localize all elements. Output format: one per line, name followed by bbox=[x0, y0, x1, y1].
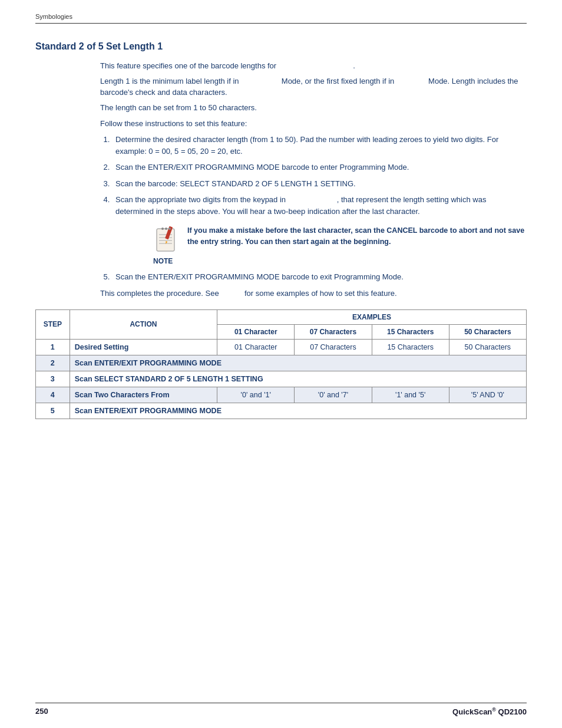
table-row: 4 Scan Two Characters From '0' and '1' '… bbox=[36, 387, 527, 403]
instructions-header: Follow these instructions to set this fe… bbox=[100, 119, 527, 128]
note-label: NOTE bbox=[153, 257, 527, 265]
example-cell: 07 Characters bbox=[295, 339, 372, 355]
body-para1: This feature specifies one of the barcod… bbox=[100, 60, 527, 72]
action-cell: Desired Setting bbox=[70, 339, 217, 355]
svg-rect-0 bbox=[157, 229, 174, 251]
step-num: 2 bbox=[36, 355, 70, 371]
example-cell: 15 Characters bbox=[372, 339, 449, 355]
footer-product: QuickScan® QD2100 bbox=[452, 707, 527, 716]
action-header: ACTION bbox=[70, 309, 217, 339]
action-cell: Scan ENTER/EXIT PROGRAMMING MODE bbox=[70, 355, 526, 371]
step-num: 3 bbox=[36, 371, 70, 387]
col-header-2: 07 Characters bbox=[295, 324, 372, 339]
step-4: Scan the appropriate two digits from the… bbox=[112, 194, 527, 217]
col-header-1: 01 Character bbox=[217, 324, 295, 339]
step-num: 5 bbox=[36, 403, 70, 419]
action-cell: Scan SELECT STANDARD 2 OF 5 LENGTH 1 SET… bbox=[70, 371, 526, 387]
col-header-3: 15 Characters bbox=[372, 324, 449, 339]
page: Symbologies Standard 2 of 5 Set Length 1… bbox=[0, 0, 562, 728]
body-para2: Length 1 is the minimum label length if … bbox=[100, 75, 527, 98]
footer-page: 250 bbox=[35, 707, 48, 716]
steps-list: Determine the desired character length (… bbox=[112, 134, 527, 217]
step-2: Scan the ENTER/EXIT PROGRAMMING MODE bar… bbox=[112, 162, 527, 173]
table-row: 3 Scan SELECT STANDARD 2 OF 5 LENGTH 1 S… bbox=[36, 371, 527, 387]
example-cell: '1' and '5' bbox=[372, 387, 449, 403]
footer-bar: 250 QuickScan® QD2100 bbox=[35, 703, 527, 716]
example-cell: 01 Character bbox=[217, 339, 295, 355]
table-row: 2 Scan ENTER/EXIT PROGRAMMING MODE bbox=[36, 355, 527, 371]
header-bar: Symbologies bbox=[35, 12, 527, 24]
example-cell: '0' and '7' bbox=[295, 387, 372, 403]
step-num: 1 bbox=[36, 339, 70, 355]
note-icon bbox=[153, 225, 179, 255]
examples-header: EXAMPLES bbox=[217, 309, 527, 324]
step-1: Determine the desired character length (… bbox=[112, 134, 527, 157]
svg-point-7 bbox=[165, 228, 167, 230]
completion-text: This completes the procedure. See for so… bbox=[100, 289, 527, 298]
procedure-table: STEP ACTION EXAMPLES 01 Character 07 Cha… bbox=[35, 309, 527, 419]
step-5: Scan the ENTER/EXIT PROGRAMMING MODE bar… bbox=[112, 271, 527, 283]
body-para3: The length can be set from 1 to 50 chara… bbox=[100, 102, 527, 114]
step-header: STEP bbox=[36, 309, 70, 339]
note-text: If you make a mistake before the last ch… bbox=[187, 225, 527, 248]
col-header-4: 50 Characters bbox=[449, 324, 526, 339]
note-box: If you make a mistake before the last ch… bbox=[153, 225, 527, 255]
breadcrumb: Symbologies bbox=[35, 13, 72, 20]
svg-point-8 bbox=[161, 228, 164, 230]
table-row: 1 Desired Setting 01 Character 07 Charac… bbox=[36, 339, 527, 355]
example-cell: '5' AND '0' bbox=[449, 387, 526, 403]
svg-point-9 bbox=[168, 228, 171, 230]
action-cell: Scan ENTER/EXIT PROGRAMMING MODE bbox=[70, 403, 526, 419]
step-num: 4 bbox=[36, 387, 70, 403]
example-cell: '0' and '1' bbox=[217, 387, 295, 403]
example-cell: 50 Characters bbox=[449, 339, 526, 355]
step5-list: Scan the ENTER/EXIT PROGRAMMING MODE bar… bbox=[112, 271, 527, 283]
section-title: Standard 2 of 5 Set Length 1 bbox=[35, 41, 527, 52]
step-3: Scan the barcode: SELECT STANDARD 2 OF 5… bbox=[112, 178, 527, 190]
action-cell: Scan Two Characters From bbox=[70, 387, 217, 403]
table-row: 5 Scan ENTER/EXIT PROGRAMMING MODE bbox=[36, 403, 527, 419]
